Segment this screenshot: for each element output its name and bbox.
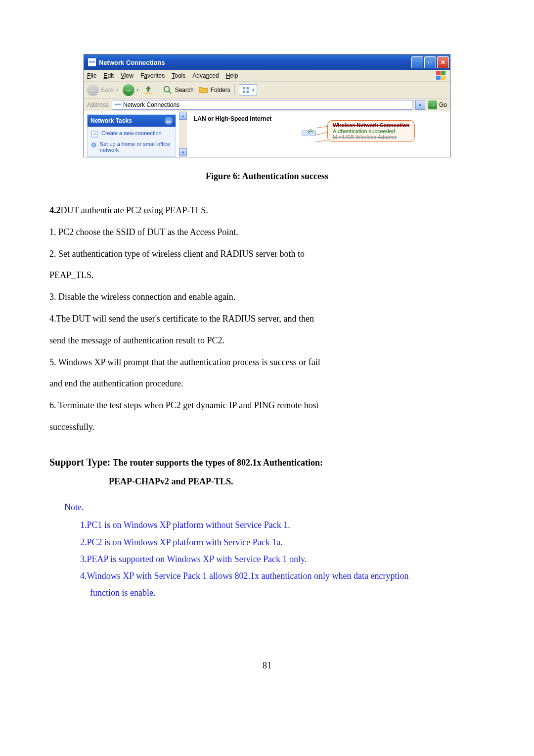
chevron-down-icon: ▾ (252, 88, 255, 93)
callout-connector (314, 125, 329, 145)
window-title: Network Connections (99, 59, 165, 66)
separator (158, 84, 158, 96)
menu-bar: File Edit View Favorites Tools Advanced … (84, 70, 450, 82)
note-label: Note. (64, 498, 485, 517)
step: 1. PC2 choose the SSID of DUT as the Acc… (49, 223, 485, 242)
menu-help[interactable]: Help (226, 72, 238, 79)
svg-rect-6 (246, 91, 249, 94)
task-body: Create a new connection Set up a home or… (88, 127, 176, 156)
network-connections-window: Network Connections _ □ ✕ File Edit View… (84, 54, 450, 157)
forward-icon: → (123, 84, 134, 96)
step: 6. Terminate the test steps when PC2 get… (49, 396, 485, 415)
main-area: LAN or High-Speed Internet Wireless Netw… (187, 111, 450, 157)
search-button[interactable]: Search (162, 85, 194, 95)
document-page: Network Connections _ □ ✕ File Edit View… (0, 0, 534, 691)
svg-rect-8 (119, 103, 121, 105)
support-text: The router supports the types of 802.1x … (113, 458, 323, 468)
section-title: DUT authenticate PC2 using PEAP-TLS. (61, 205, 208, 215)
separator (234, 84, 235, 96)
back-icon: ← (87, 84, 99, 96)
task-item-create-connection[interactable]: Create a new connection (90, 129, 173, 140)
collapse-icon: ︽ (165, 117, 173, 125)
status-callout: Wireless Network Connection Authenticati… (327, 120, 415, 142)
svg-rect-4 (246, 87, 249, 90)
figure-caption: Figure 6: Authentication success (49, 171, 485, 182)
note-item: 2.PC2 is on Windows XP platform with Ser… (80, 534, 485, 551)
step-cont: send the message of authentication resul… (49, 331, 485, 350)
note-item: 4.Windows XP with Service Pack 1 allows … (80, 567, 485, 584)
chevron-down-icon: ▾ (116, 88, 119, 93)
maximize-button[interactable]: □ (424, 56, 436, 68)
address-label: Address (87, 101, 109, 108)
support-sub: PEAP-CHAPv2 and PEAP-TLS. (109, 472, 485, 491)
step: 5. Windows XP will prompt that the authe… (49, 353, 485, 372)
wizard-icon (90, 130, 98, 138)
task-item-label: Set up a home or small office network (100, 141, 173, 153)
support-line: Support Type: The router supports the ty… (49, 452, 485, 472)
note-item: 1.PC1 is on Windows XP platform without … (80, 517, 485, 533)
svg-rect-9 (91, 131, 97, 137)
go-icon: → (428, 100, 437, 109)
window-buttons: _ □ ✕ (411, 56, 449, 68)
svg-rect-5 (243, 91, 245, 94)
address-dropdown[interactable]: ▾ (415, 100, 425, 110)
toolbar: ← Back ▾ → ▾ Search Folders (84, 82, 450, 99)
section-num: 4.2 (49, 205, 61, 215)
task-header-label: Network Tasks (90, 117, 132, 124)
step-cont: PEAP_TLS. (49, 266, 485, 285)
up-button[interactable] (143, 85, 154, 95)
address-input[interactable]: Network Connections (112, 100, 412, 110)
callout-line2: Authentication succeeded (333, 128, 409, 134)
chevron-down-icon: ▾ (136, 88, 139, 93)
menu-edit[interactable]: Edit (103, 72, 114, 79)
menu-view[interactable]: View (121, 72, 134, 79)
scrollbar[interactable]: ▴ ▾ (179, 111, 187, 157)
address-value: Network Connections (123, 101, 179, 108)
callout-line1: Wireless Network Connection (333, 122, 409, 128)
views-button[interactable]: ▾ (239, 84, 257, 96)
folders-button[interactable]: Folders (198, 85, 230, 95)
title-bar: Network Connections _ □ ✕ (84, 55, 450, 70)
svg-point-2 (164, 87, 169, 92)
task-item-home-network[interactable]: Set up a home or small office network (90, 140, 173, 154)
task-item-label: Create a new connection (101, 130, 162, 138)
windows-flag-icon (436, 71, 447, 80)
section-4-2: 4.2DUT authenticate PC2 using PEAP-TLS. (49, 201, 485, 220)
svg-rect-11 (302, 131, 309, 135)
back-button[interactable]: ← Back ▾ (87, 84, 119, 96)
network-setup-icon (90, 141, 97, 149)
scroll-track[interactable] (179, 120, 187, 148)
menu-file[interactable]: File (87, 72, 96, 79)
svg-rect-0 (89, 61, 91, 63)
step: 3. Disable the wireless connection and e… (49, 288, 485, 307)
step-cont: and end the authentication procedure. (49, 375, 485, 393)
step: 4.The DUT will send the user's certifica… (49, 310, 485, 329)
back-label: Back (101, 87, 114, 94)
task-pane: Network Tasks ︽ Create a new connection … (84, 111, 179, 157)
search-label: Search (175, 87, 194, 94)
network-icon (114, 101, 121, 108)
task-panel: Network Tasks ︽ Create a new connection … (87, 114, 176, 157)
note-item-cont: function is enable. (90, 584, 485, 601)
svg-rect-7 (115, 103, 117, 105)
go-label: Go (439, 101, 447, 108)
go-button[interactable]: → Go (428, 100, 447, 109)
callout-line3: MiniUSB Wireless Adapter (333, 134, 409, 140)
task-header[interactable]: Network Tasks ︽ (88, 115, 176, 127)
svg-rect-3 (243, 87, 245, 90)
scroll-up-icon[interactable]: ▴ (179, 112, 187, 120)
address-bar: Address Network Connections ▾ → Go (84, 99, 450, 111)
support-label: Support Type: (49, 457, 110, 468)
menu-favorites[interactable]: Favorites (140, 72, 165, 79)
folders-label: Folders (211, 87, 230, 94)
menu-advanced[interactable]: Advanced (192, 72, 219, 79)
close-button[interactable]: ✕ (437, 56, 449, 68)
minimize-button[interactable]: _ (411, 56, 423, 68)
body-text: 4.2DUT authenticate PC2 using PEAP-TLS. … (49, 201, 485, 601)
menu-tools[interactable]: Tools (172, 72, 185, 79)
notes: Note. 1.PC1 is on Windows XP platform wi… (49, 498, 485, 602)
content-area: Network Tasks ︽ Create a new connection … (84, 111, 450, 157)
section-header: LAN or High-Speed Internet (192, 114, 445, 122)
forward-button[interactable]: → ▾ (123, 84, 139, 96)
scroll-down-icon[interactable]: ▾ (179, 148, 187, 156)
